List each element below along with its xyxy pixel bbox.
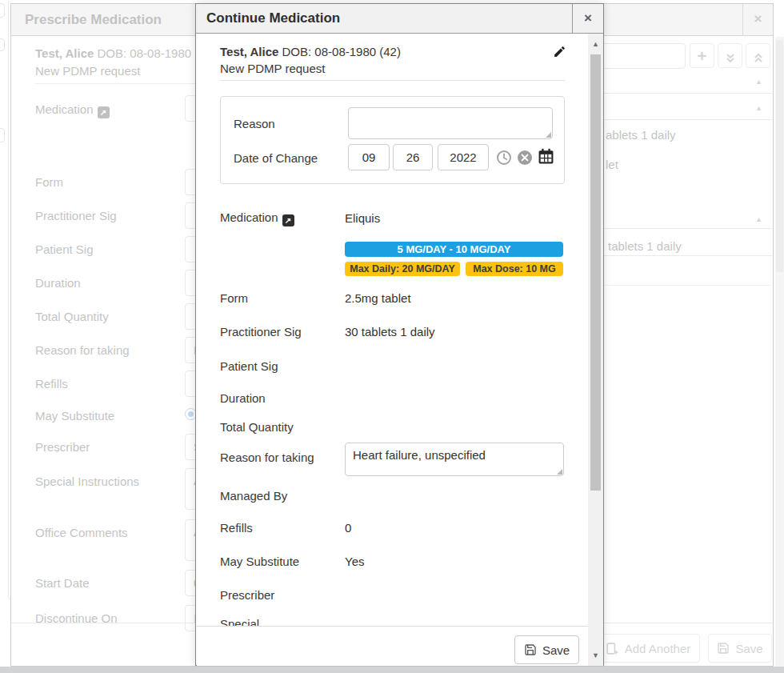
scroll-down-icon[interactable]: ▼ bbox=[588, 651, 603, 659]
divider bbox=[220, 80, 565, 81]
row-label-reason-for-taking: Reason for taking bbox=[220, 451, 314, 464]
scroll-up-icon[interactable]: ▲ bbox=[588, 40, 603, 48]
row-value-refills: 0 bbox=[345, 521, 351, 535]
patient-name: Test, Alice bbox=[220, 45, 278, 58]
medication-value: Eliquis bbox=[345, 211, 380, 225]
resize-grip[interactable] bbox=[557, 469, 562, 475]
modal-header: Continue Medication × bbox=[196, 4, 603, 34]
row-label-duration: Duration bbox=[220, 391, 266, 405]
change-reason-box: Reason Date of Change 09 26 2022 bbox=[220, 96, 565, 184]
row-label-practitioner-sig: Practitioner Sig bbox=[220, 325, 302, 339]
row-label-refills: Refills bbox=[220, 521, 253, 535]
resize-grip[interactable] bbox=[546, 132, 551, 138]
row-label-form: Form bbox=[220, 291, 248, 305]
row-value-practitioner-sig: 30 tablets 1 daily bbox=[345, 325, 435, 339]
modal-scrollbar-thumb[interactable] bbox=[590, 54, 601, 491]
modal-footer: Save bbox=[197, 626, 588, 666]
pdmp-request-text: New PDMP request bbox=[220, 62, 325, 75]
save-icon bbox=[524, 643, 537, 656]
date-year-input[interactable]: 2022 bbox=[438, 144, 489, 170]
patient-summary: Test, Alice DOB: 08-08-1980 (42) bbox=[220, 45, 401, 58]
external-link-icon[interactable]: ↗ bbox=[282, 214, 294, 226]
time-clock-icon[interactable] bbox=[496, 150, 512, 166]
patient-dob: DOB: 08-08-1980 (42) bbox=[282, 45, 401, 58]
row-value-may-substitute: Yes bbox=[345, 555, 364, 568]
screen: Prescribe Medication × Test, Alice DOB: … bbox=[0, 0, 784, 673]
reason-label: Reason bbox=[234, 117, 275, 130]
clear-date-icon[interactable] bbox=[517, 150, 533, 166]
calendar-icon[interactable] bbox=[538, 148, 554, 165]
date-of-change-label: Date of Change bbox=[234, 151, 318, 165]
date-month-input[interactable]: 09 bbox=[348, 144, 390, 170]
reason-textarea[interactable] bbox=[348, 107, 553, 139]
row-label-prescriber: Prescriber bbox=[220, 588, 274, 602]
max-daily-badge: Max Daily: 20 MG/DAY bbox=[345, 262, 460, 276]
row-value-form: 2.5mg tablet bbox=[345, 291, 411, 305]
medication-label: Medication↗ bbox=[220, 210, 294, 226]
close-icon[interactable]: × bbox=[572, 4, 603, 34]
row-label-total-quantity: Total Quantity bbox=[220, 420, 294, 434]
dose-range-badge: 5 MG/DAY - 10 MG/DAY bbox=[345, 242, 563, 257]
row-label-managed-by: Managed By bbox=[220, 489, 287, 503]
row-label-may-substitute: May Substitute bbox=[220, 555, 299, 568]
modal-title: Continue Medication bbox=[206, 10, 340, 26]
modal-scrollbar[interactable]: ▲ ▼ bbox=[588, 34, 603, 666]
save-label: Save bbox=[542, 643, 570, 657]
reason-for-taking-textarea[interactable]: Heart failure, unspecified bbox=[345, 443, 564, 476]
save-button[interactable]: Save bbox=[514, 635, 579, 664]
max-dose-badge: Max Dose: 10 MG bbox=[466, 262, 563, 276]
date-day-input[interactable]: 26 bbox=[393, 144, 433, 170]
window-bottom-edge bbox=[0, 667, 784, 673]
edit-pencil-icon[interactable] bbox=[553, 45, 566, 58]
row-label-patient-sig: Patient Sig bbox=[220, 359, 278, 373]
continue-medication-modal: Continue Medication × Test, Alice DOB: 0… bbox=[195, 3, 604, 666]
